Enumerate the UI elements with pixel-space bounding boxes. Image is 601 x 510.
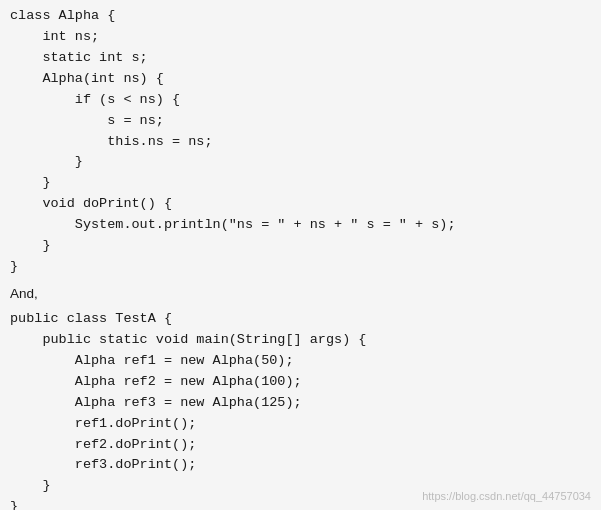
separator-text: And, — [10, 286, 591, 301]
watermark: https://blog.csdn.net/qq_44757034 — [422, 490, 591, 502]
code-container: class Alpha { int ns; static int s; Alph… — [0, 0, 601, 510]
code-block-1: class Alpha { int ns; static int s; Alph… — [10, 6, 591, 278]
code-block-2: public class TestA { public static void … — [10, 309, 591, 510]
